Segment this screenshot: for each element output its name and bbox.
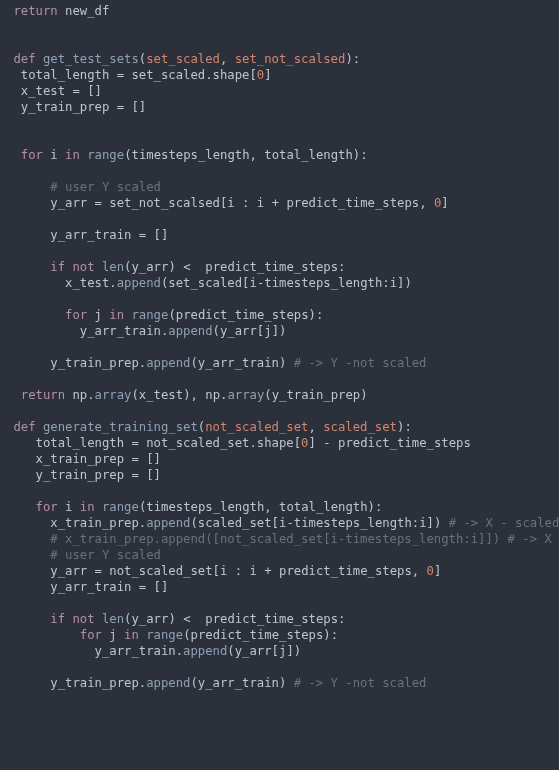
code-identifier: timesteps_length (264, 276, 382, 290)
code-identifier: j (264, 324, 271, 338)
code-comment: # -> Y -not scaled (294, 676, 427, 690)
code-method: array (227, 388, 264, 402)
code-function: len (102, 612, 124, 626)
code-identifier: i (65, 500, 72, 514)
code-identifier: y_arr_train (50, 580, 131, 594)
code-identifier: j (109, 628, 116, 642)
code-identifier: set_not_scalsed (109, 196, 220, 210)
code-identifier: x_train_prep (36, 452, 125, 466)
code-function: get_test_sets (43, 52, 139, 66)
code-identifier: y_train_prep (50, 676, 139, 690)
code-attr: shape (213, 68, 250, 82)
code-identifier: y_train_prep (21, 100, 110, 114)
code-number: 0 (434, 196, 441, 210)
code-keyword: in (109, 308, 124, 322)
code-identifier: y_arr_train (50, 228, 131, 242)
code-identifier: predict_time_steps (176, 308, 309, 322)
code-identifier: total_length (36, 436, 125, 450)
code-identifier: j (279, 644, 286, 658)
code-method: array (95, 388, 132, 402)
code-method: append (146, 676, 190, 690)
code-keyword: in (65, 148, 80, 162)
code-keyword: for (36, 500, 58, 514)
code-number: 0 (257, 68, 264, 82)
code-identifier: i (227, 196, 234, 210)
code-param: scaled_set (323, 420, 397, 434)
code-identifier: y_train_prep (272, 388, 361, 402)
code-identifier: i (390, 276, 397, 290)
code-keyword: not (72, 260, 94, 274)
code-identifier: y_arr_train (198, 676, 279, 690)
code-identifier: x_test (65, 276, 109, 290)
code-identifier: scaled_set (198, 516, 272, 530)
code-param: set_scaled (146, 52, 220, 66)
code-comment: # x_train_prep.append([not_scaled_set[i-… (50, 532, 559, 546)
code-keyword: not (72, 612, 94, 626)
code-identifier: predict_time_steps (338, 436, 471, 450)
code-identifier: timesteps_length (146, 500, 264, 514)
code-attr: shape (257, 436, 294, 450)
code-method: append (146, 356, 190, 370)
code-identifier: total_length (279, 500, 368, 514)
code-identifier: timesteps_length (294, 516, 412, 530)
code-identifier: new_df (65, 4, 109, 18)
code-identifier: predict_time_steps (279, 564, 412, 578)
code-identifier: x_train_prep (50, 516, 139, 530)
code-identifier: total_length (21, 68, 110, 82)
code-function: range (146, 628, 183, 642)
code-function: len (102, 260, 124, 274)
code-keyword: def (13, 52, 35, 66)
code-identifier: total_length (264, 148, 353, 162)
code-comment: # user Y scaled (50, 548, 161, 562)
code-keyword: if (50, 260, 65, 274)
code-identifier: y_arr_train (80, 324, 161, 338)
code-identifier: y_arr (131, 260, 168, 274)
code-identifier: y_arr (220, 324, 257, 338)
code-identifier: predict_time_steps (286, 196, 419, 210)
code-keyword: for (80, 628, 102, 642)
code-comment: # -> Y -not scaled (294, 356, 427, 370)
code-function: range (87, 148, 124, 162)
code-identifier: y_train_prep (36, 468, 125, 482)
code-identifier: x_test (21, 84, 65, 98)
code-comment: # user Y scaled (50, 180, 161, 194)
code-identifier: i (50, 148, 57, 162)
code-identifier: i (419, 516, 426, 530)
code-identifier: y_arr (131, 612, 168, 626)
code-identifier: y_arr_train (95, 644, 176, 658)
code-number: 0 (301, 436, 308, 450)
code-keyword: return (13, 4, 57, 18)
code-identifier: i (257, 196, 264, 210)
code-function: range (102, 500, 139, 514)
code-keyword: def (13, 420, 35, 434)
code-keyword: if (50, 612, 65, 626)
code-identifier: j (95, 308, 102, 322)
code-keyword: return (21, 388, 65, 402)
code-identifier: i (220, 564, 227, 578)
code-param: not_scaled_set (205, 420, 308, 434)
code-identifier: y_arr_train (198, 356, 279, 370)
code-param: set_not_scalsed (235, 52, 346, 66)
code-keyword: in (80, 500, 95, 514)
code-identifier: not_scaled_set (109, 564, 212, 578)
code-number: 0 (427, 564, 434, 578)
code-identifier: not_scaled_set (146, 436, 249, 450)
code-identifier: y_arr (235, 644, 272, 658)
code-identifier: np (72, 388, 87, 402)
code-function: range (131, 308, 168, 322)
code-identifier: predict_time_steps (191, 628, 324, 642)
code-identifier: y_arr (50, 564, 87, 578)
code-identifier: timesteps_length (132, 148, 250, 162)
code-method: append (146, 516, 190, 530)
code-identifier: x_test (139, 388, 183, 402)
code-identifier: set_scaled (131, 68, 205, 82)
code-keyword: for (21, 148, 43, 162)
code-identifier: i (249, 564, 256, 578)
code-identifier: predict_time_steps (205, 260, 338, 274)
code-identifier: i (279, 516, 286, 530)
code-identifier: predict_time_steps (205, 612, 338, 626)
code-function: generate_training_set (43, 420, 198, 434)
code-block: return new_df def get_test_sets(set_scal… (0, 0, 559, 697)
code-identifier: np (205, 388, 220, 402)
code-method: append (117, 276, 161, 290)
